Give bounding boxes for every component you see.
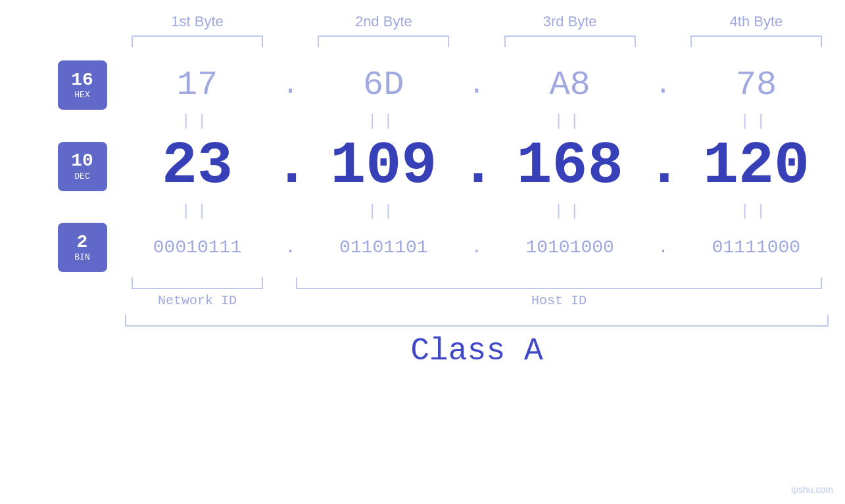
top-bracket-4 [690, 35, 822, 47]
dec-val-3: 168 [504, 133, 636, 200]
eq2-3: || [504, 202, 636, 220]
full-bracket-row [39, 315, 829, 327]
hex-val-4: 78 [690, 66, 822, 104]
eq2-2: || [318, 202, 449, 220]
dot-hex-3: . [646, 70, 679, 101]
dot-dec-3: . [646, 133, 679, 200]
bottom-bracket-network [132, 277, 263, 289]
eq1-1: || [132, 112, 263, 130]
hex-val-1: 17 [132, 66, 263, 104]
class-row: Class A [39, 333, 829, 369]
bin-row: 2 BIN 00010111 . 01101101 . 10101000 . 0… [39, 223, 829, 272]
dec-row: 10 DEC 23 . 109 . 168 . 120 [39, 133, 829, 200]
dot-bin-2: . [460, 237, 493, 258]
top-bracket-2 [318, 35, 449, 47]
header-row: 1st Byte 2nd Byte 3rd Byte 4th Byte [39, 13, 829, 60]
dot-hex-2: . [460, 70, 493, 101]
equals-row-1: || || || || [39, 112, 829, 130]
top-bracket-1 [132, 35, 263, 47]
dec-val-1: 23 [132, 133, 263, 200]
dec-val-4: 120 [690, 133, 822, 200]
byte3-label: 3rd Byte [504, 13, 636, 30]
eq1-2: || [318, 112, 449, 130]
dec-badge: 10 DEC [58, 142, 107, 191]
equals-row-2: || || || || [39, 202, 829, 220]
dot-dec-1: . [274, 133, 307, 200]
dot-bin-1: . [274, 237, 307, 258]
full-bottom-bracket [125, 315, 829, 327]
network-id-label: Network ID [132, 293, 263, 308]
eq1-4: || [690, 112, 822, 130]
eq2-1: || [132, 202, 263, 220]
byte1-label: 1st Byte [132, 13, 263, 30]
bin-val-3: 10101000 [504, 237, 636, 258]
bottom-brackets-row: Network ID Host ID [39, 277, 829, 308]
hex-val-2: 6D [318, 66, 449, 104]
byte4-label: 4th Byte [690, 13, 822, 30]
eq1-3: || [504, 112, 636, 130]
hex-val-3: A8 [504, 66, 636, 104]
bin-val-1: 00010111 [132, 237, 263, 258]
hex-row: 16 HEX 17 . 6D . A8 . 78 [39, 60, 829, 110]
bin-val-2: 01101101 [318, 237, 449, 258]
byte2-label: 2nd Byte [318, 13, 449, 30]
dot-bin-3: . [646, 237, 679, 258]
class-label: Class A [410, 333, 543, 369]
bin-badge: 2 BIN [58, 223, 107, 272]
bin-val-4: 01111000 [690, 237, 822, 258]
eq2-4: || [690, 202, 822, 220]
bottom-bracket-host [296, 277, 822, 289]
host-id-label: Host ID [296, 293, 822, 308]
top-bracket-3 [504, 35, 636, 47]
main-layout: 1st Byte 2nd Byte 3rd Byte 4th Byte [0, 0, 845, 369]
dot-hex-1: . [274, 70, 307, 101]
dot-dec-2: . [460, 133, 493, 200]
class-label-container: Class A [125, 333, 829, 369]
watermark: ipshu.com [791, 484, 833, 495]
dec-val-2: 109 [318, 133, 449, 200]
hex-badge: 16 HEX [58, 60, 107, 110]
